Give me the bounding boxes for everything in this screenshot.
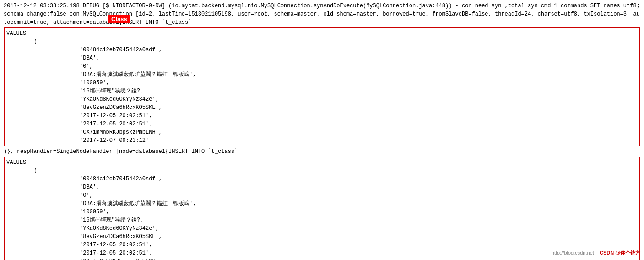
data-line-1-3: 'DBA:涓蒋澳淇嵕薮鍜旷埅閫？锚虹 锞版崥',: [80, 70, 638, 79]
values-label-1: VALUES: [6, 29, 638, 38]
data-line-1-9: '2017-12-05 20:02:51',: [80, 120, 638, 128]
data-line-1-11: '2017-12-07 09:23:12': [80, 136, 638, 145]
data-line-1-2: '0',: [80, 62, 638, 70]
log-container: 2017-12-12 03:38:25.198 DEBUG [$_NIOREAC…: [0, 0, 644, 260]
data-line-1-7: '8evGzenZDCa6hRcxKQ5SKE',: [80, 103, 638, 112]
data-line-1-0: '00484c12eb7045442a0sdf',: [80, 46, 638, 54]
data-line-2-10: 'CX7imMnbRKJbpskzPmbLNH',: [80, 257, 638, 260]
highlighted-block-1: VALUES ( '00484c12eb7045442a0sdf', 'DBA'…: [4, 27, 640, 146]
watermark-user: CSDN @你个铳六: [600, 250, 640, 255]
data-line-2-3: 'DBA:涓蒋澳淇嵕薮鍜旷埅閫？锚虹 锞版崥',: [80, 200, 638, 208]
paren-open-2: (: [34, 167, 638, 175]
data-line-1-10: 'CX7imMnbRKJbpskzPmbLNH',: [80, 128, 638, 136]
paren-open-1: (: [34, 38, 638, 46]
data-line-1-6: 'YKaOKd8Ked6OKYyNz342e',: [80, 95, 638, 103]
data-line-2-0: '00484c12eb7045442a0sdf',: [80, 175, 638, 183]
data-line-2-7: '8evGzenZDCa6hRcxKQ5SKE',: [80, 233, 638, 241]
close-line-1: )}, respHandler=SingleNodeHandler [node=…: [4, 147, 640, 156]
log-line-1: 2017-12-12 03:38:25.198 DEBUG [$_NIOREAC…: [4, 2, 640, 27]
data-line-1-8: '2017-12-05 20:02:51',: [80, 112, 638, 120]
data-line-2-6: 'YKaOKd8Ked6OKYyNz342e',: [80, 224, 638, 233]
data-line-2-2: '0',: [80, 191, 638, 200]
values-label-2: VALUES: [6, 158, 638, 167]
watermark-url: http://blog.csdn.net: [552, 250, 594, 255]
data-line-2-1: 'DBA',: [80, 183, 638, 191]
data-line-2-4: '100059',: [80, 208, 638, 216]
data-line-2-8: '2017-12-05 20:02:51',: [80, 241, 638, 249]
data-line-1-4: '100059',: [80, 79, 638, 87]
data-line-2-5: '16绾㈠墠璁″彂绶？鍐?,: [80, 216, 638, 224]
watermark: http://blog.csdn.net CSDN @你个铳六: [552, 249, 640, 256]
class-label: Class: [108, 15, 130, 23]
data-line-1-1: 'DBA',: [80, 54, 638, 62]
data-line-1-5: '16绾㈠墠璁″彂绶？鍐?,: [80, 87, 638, 95]
highlighted-block-2: VALUES ( '00484c12eb7045442a0sdf', 'DBA'…: [4, 157, 640, 260]
